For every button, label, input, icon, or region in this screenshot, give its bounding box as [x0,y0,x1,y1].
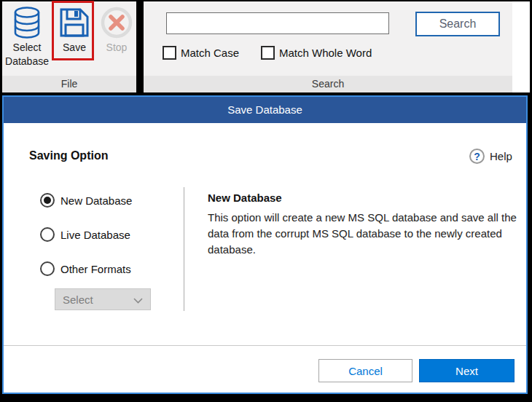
radio-live-database-label: Live Database [60,229,130,241]
stop-label: Stop [106,41,128,55]
detail-description: This option will create a new MS SQL dat… [208,210,528,258]
radio-live-database-circle[interactable] [40,227,55,242]
radio-new-database-label: New Database [60,194,132,207]
help-button[interactable]: ? Help [469,149,512,164]
search-button[interactable]: Search [415,12,500,36]
format-select-value: Select [63,293,93,306]
stop-button: Stop [95,4,138,74]
panel-divider [184,187,184,311]
match-case-label: Match Case [181,47,239,59]
saving-option-heading: Saving Option [29,149,108,162]
radio-other-formats-label: Other Formats [60,263,131,275]
match-whole-word-label: Match Whole Word [279,47,372,59]
save-button[interactable]: Save [53,4,95,74]
file-group-label: File [2,76,136,92]
match-case-option[interactable]: Match Case [163,46,239,60]
save-icon [58,4,90,41]
select-database-label: Select Database [5,41,49,68]
help-icon: ? [469,149,485,164]
cancel-button[interactable]: Cancel [318,359,412,382]
search-options-row: Match Case Match Whole Word [144,46,512,63]
radio-live-database[interactable]: Live Database [40,227,130,242]
stop-icon [100,4,133,41]
help-label: Help [490,150,512,162]
ribbon-file-group: Select Database Save Stop [2,1,136,92]
select-database-button[interactable]: Select Database [6,4,48,74]
radio-other-formats-circle[interactable] [40,261,55,276]
match-whole-word-option[interactable]: Match Whole Word [261,46,372,60]
ribbon-search-group: Search Match Case Match Whole Word Searc… [144,1,512,92]
radio-other-formats[interactable]: Other Formats [40,261,131,276]
chevron-down-icon [133,293,143,306]
detail-heading: New Database [208,192,282,204]
next-button[interactable]: Next [419,359,515,382]
match-case-checkbox[interactable] [163,46,176,60]
app-window: Select Database Save Stop [0,0,532,402]
radio-new-database[interactable]: New Database [40,193,132,208]
radio-new-database-circle[interactable] [40,193,55,208]
ribbon-right-filler [512,1,530,92]
match-whole-word-checkbox[interactable] [261,46,275,60]
format-select-dropdown[interactable]: Select [55,288,151,310]
database-icon [12,4,42,41]
save-label: Save [63,41,86,55]
search-input[interactable] [166,12,389,34]
dialog-title: Save Database [4,97,526,123]
save-database-dialog: Save Database Saving Option ? Help New D… [2,95,528,394]
search-group-label: Search [144,76,512,92]
footer-separator [4,345,526,346]
